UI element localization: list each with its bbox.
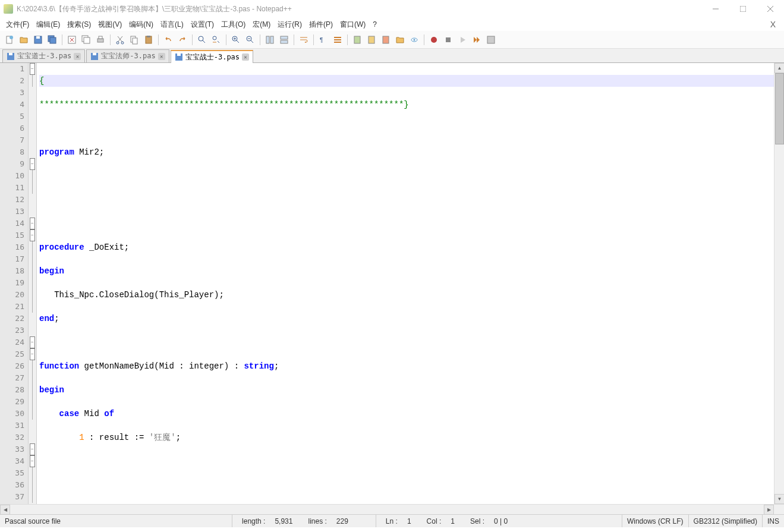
fold-toggle-icon[interactable]: − <box>30 218 35 229</box>
close-all-icon[interactable] <box>80 34 92 46</box>
fold-toggle-icon[interactable]: − <box>30 336 35 348</box>
menu-macro[interactable]: 宏(M) <box>249 18 274 31</box>
record-macro-icon[interactable] <box>428 34 440 46</box>
fold-toggle-icon[interactable]: − <box>30 348 35 360</box>
svg-rect-9 <box>84 37 90 43</box>
tab-file-2[interactable]: 宝宝法师-3.pas ✕ <box>86 49 169 62</box>
scroll-right-icon[interactable]: ▶ <box>764 505 774 515</box>
tab-close-icon[interactable]: ✕ <box>158 53 165 60</box>
paste-icon[interactable] <box>143 34 155 46</box>
vertical-scrollbar[interactable]: ▲ ▼ <box>774 63 784 504</box>
maximize-button[interactable] <box>729 0 757 18</box>
new-file-icon[interactable] <box>4 34 15 46</box>
menu-encoding[interactable]: 编码(N) <box>125 18 157 31</box>
all-chars-icon[interactable]: ¶ <box>317 34 329 46</box>
wordwrap-icon[interactable] <box>298 34 310 46</box>
title-text: K:\2024\3.6\【传奇手游之战神引擎召唤脚本】\三职业宠物\宝宝战士-3… <box>17 4 702 14</box>
fold-toggle-icon[interactable]: − <box>30 63 35 75</box>
fold-line <box>32 277 33 289</box>
redo-icon[interactable] <box>177 34 188 46</box>
tab-close-icon[interactable]: ✕ <box>74 53 81 60</box>
stop-macro-icon[interactable] <box>442 34 454 46</box>
svg-rect-39 <box>9 53 12 55</box>
toolbar-separator <box>62 34 62 45</box>
scroll-up-icon[interactable]: ▲ <box>774 63 784 73</box>
menu-close-x[interactable]: X <box>767 18 779 30</box>
print-icon[interactable] <box>95 34 106 46</box>
scroll-left-icon[interactable]: ◀ <box>0 505 10 515</box>
minimize-button[interactable] <box>702 0 729 18</box>
save-all-icon[interactable] <box>46 34 58 46</box>
menu-edit[interactable]: 编辑(E) <box>33 18 64 31</box>
undo-icon[interactable] <box>162 34 174 46</box>
indent-guide-icon[interactable] <box>332 34 344 46</box>
line-number: 11 <box>0 182 24 194</box>
code-text: ; <box>176 433 181 442</box>
line-number: 27 <box>0 372 24 384</box>
horizontal-scrollbar[interactable]: ◀ ▶ <box>0 504 784 514</box>
svg-point-18 <box>199 36 203 41</box>
fold-margin[interactable]: −−−−−−−− <box>29 63 37 504</box>
tab-label: 宝宝战士-3.pas <box>185 52 240 62</box>
toolbar-separator <box>260 34 260 45</box>
save-icon[interactable] <box>32 34 44 46</box>
monitor-icon[interactable] <box>408 34 420 46</box>
menu-file[interactable]: 文件(F) <box>2 18 33 31</box>
menu-search[interactable]: 搜索(S) <box>64 18 95 31</box>
scroll-down-icon[interactable]: ▼ <box>774 494 784 504</box>
line-number: 35 <box>0 467 24 479</box>
menu-tools[interactable]: 工具(O) <box>218 18 249 31</box>
open-file-icon[interactable] <box>18 34 30 46</box>
tab-file-3[interactable]: 宝宝战士-3.pas ✕ <box>171 50 253 63</box>
svg-rect-32 <box>383 36 389 43</box>
play-multi-icon[interactable] <box>471 34 483 46</box>
tab-close-icon[interactable]: ✕ <box>242 53 249 61</box>
close-file-icon[interactable] <box>66 34 78 46</box>
fold-toggle-icon[interactable]: − <box>30 455 35 467</box>
fold-toggle-icon[interactable]: − <box>30 229 35 241</box>
code-text: getMonNameByid(Mid : integer) : <box>79 361 244 371</box>
folder-workspace-icon[interactable] <box>394 34 406 46</box>
fold-toggle-icon[interactable]: − <box>30 158 35 170</box>
line-number-gutter[interactable]: 1234567891011121314151617181920212223242… <box>0 63 29 504</box>
fold-toggle-icon[interactable]: − <box>30 443 35 455</box>
save-macro-icon[interactable] <box>485 34 497 46</box>
copy-icon[interactable] <box>128 34 140 46</box>
menu-help[interactable]: ? <box>369 19 380 30</box>
sync-h-icon[interactable] <box>278 34 290 46</box>
line-number: 25 <box>0 348 24 360</box>
close-button[interactable] <box>757 0 784 18</box>
code-text: case <box>59 409 80 418</box>
fold-line <box>32 479 33 491</box>
line-number: 17 <box>0 253 24 265</box>
svg-rect-15 <box>133 38 137 44</box>
function-list-icon[interactable] <box>380 34 392 46</box>
line-number: 24 <box>0 336 24 348</box>
doc-map-icon[interactable] <box>351 34 363 46</box>
zoom-in-icon[interactable] <box>230 34 242 46</box>
sync-v-icon[interactable] <box>264 34 276 46</box>
menu-run[interactable]: 运行(R) <box>274 18 306 31</box>
tab-bar: 宝宝道士-3.pas ✕ 宝宝法师-3.pas ✕ 宝宝战士-3.pas ✕ <box>0 49 784 63</box>
cut-icon[interactable] <box>114 34 126 46</box>
doc-list-icon[interactable] <box>366 34 377 46</box>
tab-file-1[interactable]: 宝宝道士-3.pas ✕ <box>2 49 85 62</box>
find-icon[interactable] <box>196 34 208 46</box>
svg-rect-4 <box>36 36 40 39</box>
code-text: of <box>104 409 114 418</box>
scrollbar-thumb[interactable] <box>775 73 784 144</box>
menu-language[interactable]: 语言(L) <box>157 18 187 31</box>
toolbar-separator <box>424 34 424 45</box>
svg-point-2 <box>10 36 13 39</box>
svg-rect-27 <box>334 37 341 38</box>
menu-window[interactable]: 窗口(W) <box>336 18 369 31</box>
code-editor[interactable]: { **************************************… <box>37 63 774 504</box>
replace-icon[interactable] <box>210 34 222 46</box>
menu-settings[interactable]: 设置(T) <box>187 18 218 31</box>
toolbar-separator <box>110 34 111 45</box>
menu-view[interactable]: 视图(V) <box>95 18 125 31</box>
menu-plugins[interactable]: 插件(P) <box>306 18 336 31</box>
line-number: 4 <box>0 99 24 111</box>
zoom-out-icon[interactable] <box>244 34 256 46</box>
play-macro-icon[interactable] <box>456 34 468 46</box>
